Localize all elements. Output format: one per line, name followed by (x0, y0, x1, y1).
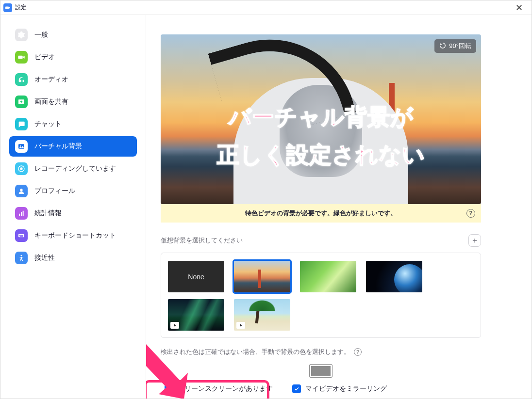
checkbox-checked-icon (165, 384, 173, 393)
background-thumb-none[interactable]: None (168, 261, 224, 292)
sidebar-item-label: ビデオ (34, 53, 55, 62)
headphones-icon (15, 73, 28, 86)
close-icon: ✕ (515, 2, 523, 13)
sidebar-item-label: 統計情報 (34, 209, 62, 218)
sidebar-item-general[interactable]: 一般 (9, 25, 137, 45)
app-icon (3, 3, 12, 12)
warning-bar: 特色ビデオの背景が必要です。緑色が好ましいです。 ? (161, 204, 481, 223)
sidebar-item-audio[interactable]: オーディオ (9, 69, 137, 90)
background-thumb-grass[interactable] (300, 261, 356, 292)
help-icon[interactable]: ? (354, 348, 362, 356)
video-badge-icon (236, 322, 245, 329)
svg-point-11 (21, 255, 22, 256)
select-background-label: 仮想背景を選択してください (161, 236, 243, 245)
rotate-icon (439, 42, 446, 50)
window-close-button[interactable]: ✕ (509, 1, 529, 15)
none-label: None (188, 273, 204, 281)
green-screen-checkbox[interactable]: グリーンスクリーンがあります (165, 384, 273, 393)
svg-rect-9 (22, 235, 23, 236)
virtual-background-icon (15, 140, 28, 153)
video-preview: 90°回転 バーチャル背景が 正しく設定されない (161, 34, 481, 204)
background-thumb-bridge[interactable] (234, 261, 290, 292)
sidebar-item-label: バーチャル背景 (34, 142, 82, 151)
sidebar-item-share-screen[interactable]: 画面を共有 (9, 92, 137, 112)
sidebar-item-label: キーボードショートカット (34, 231, 116, 240)
sidebar-item-video[interactable]: ビデオ (9, 47, 137, 67)
overlay-text-2: 正しく設定されない (161, 140, 481, 170)
sidebar-item-label: チャット (34, 120, 62, 128)
statistics-icon (15, 207, 28, 220)
mirror-video-checkbox[interactable]: マイビデオをミラーリング (292, 384, 387, 393)
sidebar-item-chat[interactable]: チャット (9, 114, 137, 134)
rotate-label: 90°回転 (449, 42, 471, 50)
sidebar-item-keyboard-shortcuts[interactable]: キーボードショートカット (9, 225, 137, 246)
background-thumb-aurora[interactable] (168, 299, 224, 331)
svg-rect-6 (19, 235, 20, 236)
svg-point-1 (20, 145, 21, 147)
sidebar-item-profile[interactable]: プロフィール (9, 181, 137, 201)
svg-rect-7 (20, 235, 21, 236)
warning-text: 特色ビデオの背景が必要です。緑色が好ましいです。 (245, 209, 397, 218)
video-badge-icon (170, 322, 179, 329)
keyboard-icon (15, 229, 28, 242)
svg-point-4 (20, 189, 22, 191)
background-thumb-earth[interactable] (366, 261, 422, 292)
record-icon (15, 162, 28, 175)
sidebar: 一般 ビデオ オーディオ 画面を共有 (0, 15, 146, 399)
sidebar-item-label: 画面を共有 (34, 97, 68, 106)
content-pane: 90°回転 バーチャル背景が 正しく設定されない 特色ビデオの背景が必要です。緑… (146, 15, 532, 399)
plus-icon: ＋ (471, 236, 479, 246)
video-icon (15, 51, 28, 64)
accessibility-icon (15, 252, 28, 264)
profile-icon (15, 185, 28, 197)
checkbox-checked-icon (292, 384, 301, 393)
share-screen-icon (15, 96, 28, 108)
chat-icon (15, 118, 28, 130)
sidebar-item-recording[interactable]: レコーディングしています (9, 159, 137, 179)
sidebar-item-label: 接近性 (34, 254, 55, 262)
title-bar: 設定 ✕ (0, 0, 532, 15)
rotate-90-button[interactable]: 90°回転 (434, 39, 476, 53)
window-title: 設定 (15, 3, 27, 12)
svg-rect-10 (20, 236, 23, 237)
mirror-video-label: マイビデオをミラーリング (305, 384, 387, 393)
sidebar-item-label: プロフィール (34, 187, 75, 195)
background-thumbnails: None (161, 253, 481, 338)
sidebar-item-label: オーディオ (34, 75, 68, 84)
add-background-button[interactable]: ＋ (468, 234, 481, 247)
background-color-swatch[interactable] (309, 364, 332, 378)
overlay-text-1: バーチャル背景が (161, 102, 481, 132)
sidebar-item-label: レコーディングしています (34, 164, 116, 173)
manual-color-note: 検出された色は正確ではない場合、手動で背景の色を選択します。 (161, 348, 350, 356)
sidebar-item-statistics[interactable]: 統計情報 (9, 203, 137, 223)
svg-point-3 (20, 167, 22, 170)
svg-rect-8 (21, 235, 22, 236)
sidebar-item-virtual-background[interactable]: バーチャル背景 (9, 136, 137, 157)
help-icon[interactable]: ? (466, 209, 475, 218)
sidebar-item-label: 一般 (34, 31, 48, 39)
gear-icon (15, 29, 28, 41)
sidebar-item-accessibility[interactable]: 接近性 (9, 248, 137, 268)
green-screen-label: グリーンスクリーンがあります (178, 384, 273, 393)
background-thumb-beach[interactable] (234, 299, 290, 331)
